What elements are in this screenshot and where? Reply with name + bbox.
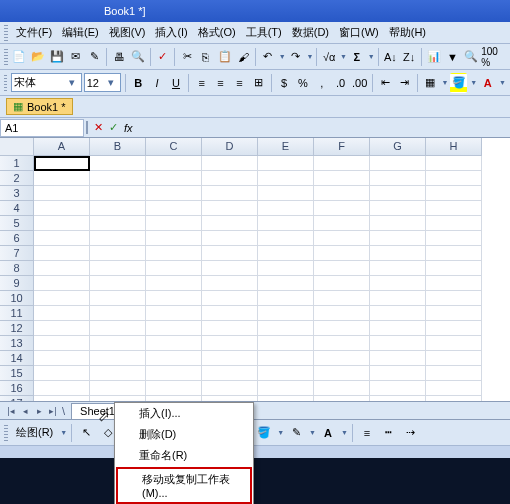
cell[interactable] — [34, 261, 90, 276]
cell[interactable] — [426, 381, 482, 396]
menu-view[interactable]: 视图(V) — [105, 23, 150, 42]
row-header[interactable]: 12 — [0, 321, 34, 336]
row-header[interactable]: 2 — [0, 171, 34, 186]
cell[interactable] — [258, 291, 314, 306]
email-button[interactable]: ✉ — [67, 47, 85, 67]
cell[interactable] — [314, 201, 370, 216]
cell[interactable] — [146, 351, 202, 366]
menu-help[interactable]: 帮助(H) — [385, 23, 430, 42]
first-sheet-button[interactable]: |◂ — [4, 404, 18, 418]
cell[interactable] — [34, 366, 90, 381]
cell[interactable] — [90, 351, 146, 366]
cell[interactable] — [258, 351, 314, 366]
cell[interactable] — [34, 396, 90, 401]
cell[interactable] — [314, 321, 370, 336]
cell[interactable] — [258, 231, 314, 246]
cell[interactable] — [90, 306, 146, 321]
row-header[interactable]: 5 — [0, 216, 34, 231]
zoom-value[interactable]: 100 % — [481, 46, 506, 68]
cell[interactable] — [34, 321, 90, 336]
cell[interactable] — [426, 186, 482, 201]
select-button[interactable]: ↖ — [76, 423, 96, 443]
cell[interactable] — [34, 351, 90, 366]
cell[interactable] — [90, 366, 146, 381]
cell[interactable] — [34, 276, 90, 291]
menu-window[interactable]: 窗口(W) — [335, 23, 383, 42]
cell[interactable] — [426, 306, 482, 321]
paste-button[interactable]: 📋 — [216, 47, 234, 67]
cell[interactable] — [426, 396, 482, 401]
zoom-button[interactable]: 🔍 — [462, 47, 480, 67]
cell[interactable] — [370, 171, 426, 186]
col-header[interactable]: B — [90, 138, 146, 156]
cell[interactable] — [258, 186, 314, 201]
font-size-combo[interactable]: 12 ▾ — [84, 73, 121, 92]
cell[interactable] — [426, 216, 482, 231]
redo-button[interactable]: ↷ — [287, 47, 305, 67]
cell[interactable] — [202, 321, 258, 336]
cell[interactable] — [146, 276, 202, 291]
col-header[interactable]: E — [258, 138, 314, 156]
cell[interactable] — [90, 261, 146, 276]
row-header[interactable]: 8 — [0, 261, 34, 276]
cell[interactable] — [370, 216, 426, 231]
cell[interactable] — [370, 186, 426, 201]
cell[interactable] — [34, 171, 90, 186]
cell[interactable] — [146, 396, 202, 401]
col-header[interactable]: A — [34, 138, 90, 156]
filter-button[interactable]: ▼ — [444, 47, 462, 67]
cell[interactable] — [90, 171, 146, 186]
cell[interactable] — [426, 231, 482, 246]
sqrt-button[interactable]: √α — [320, 47, 338, 67]
undo-button[interactable]: ↶ — [259, 47, 277, 67]
cell[interactable] — [426, 171, 482, 186]
cell[interactable] — [370, 261, 426, 276]
cell[interactable] — [258, 306, 314, 321]
comma-button[interactable]: , — [313, 73, 330, 93]
col-header[interactable]: D — [202, 138, 258, 156]
cell[interactable] — [146, 306, 202, 321]
dropdown-arrow-icon[interactable]: ▼ — [470, 79, 477, 86]
cell[interactable] — [34, 306, 90, 321]
cell[interactable] — [146, 321, 202, 336]
cell[interactable] — [146, 186, 202, 201]
cell[interactable] — [202, 276, 258, 291]
row-header[interactable]: 1 — [0, 156, 34, 171]
row-header[interactable]: 7 — [0, 246, 34, 261]
dropdown-arrow-icon[interactable]: ▼ — [60, 429, 67, 436]
cell[interactable] — [202, 396, 258, 401]
cell[interactable] — [426, 246, 482, 261]
ctx-insert[interactable]: 插入(I)... — [115, 403, 253, 424]
new-button[interactable]: 📄 — [11, 47, 29, 67]
cell[interactable] — [426, 336, 482, 351]
ctx-rename[interactable]: 重命名(R) — [115, 445, 253, 466]
cell[interactable] — [90, 216, 146, 231]
decimal-dec-button[interactable]: .00 — [351, 73, 368, 93]
percent-button[interactable]: % — [294, 73, 311, 93]
col-header[interactable]: F — [314, 138, 370, 156]
row-header[interactable]: 17 — [0, 396, 34, 401]
cell[interactable] — [258, 216, 314, 231]
cell[interactable] — [146, 216, 202, 231]
font-color-button[interactable]: A — [479, 73, 496, 93]
row-header[interactable]: 15 — [0, 366, 34, 381]
cell[interactable] — [34, 291, 90, 306]
cell[interactable] — [258, 321, 314, 336]
cell[interactable] — [202, 381, 258, 396]
dropdown-arrow-icon[interactable]: ▾ — [104, 76, 118, 89]
cell[interactable] — [90, 276, 146, 291]
dropdown-arrow-icon[interactable]: ▼ — [442, 79, 449, 86]
cell[interactable] — [370, 276, 426, 291]
reject-icon[interactable]: ✕ — [94, 121, 103, 134]
dropdown-arrow-icon[interactable]: ▼ — [341, 429, 348, 436]
cell[interactable] — [426, 276, 482, 291]
cell[interactable] — [258, 366, 314, 381]
row-header[interactable]: 16 — [0, 381, 34, 396]
cell[interactable] — [34, 231, 90, 246]
accept-icon[interactable]: ✓ — [109, 121, 118, 134]
cell[interactable] — [370, 201, 426, 216]
dropdown-arrow-icon[interactable]: ▾ — [65, 76, 79, 89]
cell[interactable] — [146, 261, 202, 276]
cell[interactable] — [314, 231, 370, 246]
cell[interactable] — [90, 336, 146, 351]
